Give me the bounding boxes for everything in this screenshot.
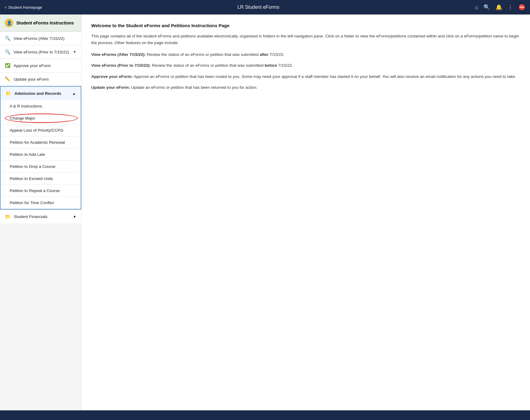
section-label: Approve your eForm: <box>91 74 133 79</box>
appeal-loss-label: Appeal Loss of Priority/CCPG <box>10 128 63 133</box>
nav-icons: ⌂ 🔍 🔔 ⋮ ⛔ <box>475 4 525 11</box>
content-section-view-prior: View eForms (Prior to 7/15/22): Review t… <box>91 62 520 69</box>
ar-instructions-label: A & R Instructions <box>10 104 42 108</box>
sidebar-item-view-eforms-prior[interactable]: 🔍 View eForms (Prior to 7/15/22) ▼ <box>0 45 81 59</box>
sidebar-item-time-conflict[interactable]: Petition for Time Conflict <box>1 197 81 209</box>
change-major-label: Change Major <box>10 116 35 120</box>
student-financials-label: Student Financials <box>14 214 47 219</box>
page-title: LR Student eForms <box>42 5 475 10</box>
bottom-bar <box>0 410 530 420</box>
sidebar-item-update-eform[interactable]: ✏️ Update your eForm <box>0 72 81 86</box>
section-label: View eForms (Prior to 7/15/22): <box>91 63 151 68</box>
sidebar-collapse-tab[interactable]: ▮▮ <box>81 207 82 219</box>
exceed-units-label: Petition to Exceed Units <box>10 176 53 181</box>
sidebar-item-label: View eForms (After 7/15/22) <box>14 36 65 41</box>
sidebar-item-change-major[interactable]: Change Major <box>1 112 81 124</box>
sidebar-header: 👤 Student eForms Instructions <box>0 14 81 32</box>
sidebar-item-appeal-loss[interactable]: Appeal Loss of Priority/CCPG <box>1 124 81 136</box>
folder-icon: 📁 <box>5 214 11 220</box>
sidebar-item-label: Approve your eForm <box>14 63 51 68</box>
search-icon[interactable]: 🔍 <box>483 4 490 11</box>
user-avatar-icon: 👤 <box>5 19 13 27</box>
section-text: Update an eForms or petition that has be… <box>131 85 257 90</box>
section-bold: before <box>265 63 277 68</box>
checkmark-icon: ✅ <box>5 63 11 68</box>
time-conflict-label: Petition for Time Conflict <box>10 200 54 205</box>
top-navigation: ‹ Student Homepage LR Student eForms ⌂ 🔍… <box>0 0 530 14</box>
academic-renewal-label: Petition for Academic Renewal <box>10 140 65 145</box>
section-bold: after <box>260 52 268 57</box>
sidebar-item-label: View eForms (Prior to 7/15/22) <box>14 50 69 54</box>
repeat-course-label: Petition to Repeat a Course <box>10 188 60 193</box>
sidebar-item-exceed-units[interactable]: Petition to Exceed Units <box>1 173 81 185</box>
sidebar-item-label: Update your eForm <box>14 77 49 82</box>
admission-records-header[interactable]: 📁 Admission and Records ▲ <box>1 87 81 100</box>
admission-records-label: Admission and Records <box>15 91 61 96</box>
sidebar: 👤 Student eForms Instructions 🔍 View eFo… <box>0 14 82 410</box>
section-text: Approve an eForms or petition that has b… <box>134 74 516 79</box>
section-label: Update your eForm: <box>91 85 130 90</box>
content-section-view-after: View eForms (After 7/15/22): Review the … <box>91 51 520 58</box>
chevron-up-icon: ▲ <box>72 91 76 96</box>
admission-records-section: 📁 Admission and Records ▲ A & R Instruct… <box>0 86 81 210</box>
back-label: Student Homepage <box>8 5 42 10</box>
chevron-down-icon: ▼ <box>73 50 76 54</box>
back-arrow-icon: ‹ <box>5 5 6 10</box>
sidebar-item-view-eforms-after[interactable]: 🔍 View eForms (After 7/15/22) <box>0 32 81 45</box>
chevron-down-icon: ▼ <box>73 215 76 219</box>
content-section-approve: Approve your eForm: Approve an eForms or… <box>91 73 520 80</box>
sidebar-item-approve-eform[interactable]: ✅ Approve your eForm <box>0 59 81 72</box>
section-text: Review the status of an eForms or petiti… <box>147 52 260 57</box>
content-section-update: Update your eForm: Update an eForms or p… <box>91 84 520 91</box>
section-after: 7/15/22. <box>270 52 284 57</box>
sidebar-item-ar-instructions[interactable]: A & R Instructions <box>1 100 81 112</box>
folder-icon: 📁 <box>5 91 11 96</box>
section-text: Review the status of an eForms or petiti… <box>152 63 265 68</box>
section-after: 7/15/22. <box>278 63 293 68</box>
content-intro: This page contains all of the student eF… <box>91 33 520 46</box>
drop-course-label: Petition to Drop a Course <box>10 164 56 169</box>
home-icon[interactable]: ⌂ <box>475 4 478 11</box>
notification-icon[interactable]: 🔔 <box>496 4 502 11</box>
sidebar-item-add-late[interactable]: Petition to Add Late <box>1 149 81 161</box>
sidebar-header-label: Student eForms Instructions <box>16 21 74 25</box>
more-options-icon[interactable]: ⋮ <box>508 4 513 11</box>
content-area: Welcome to the Student eForms and Petiti… <box>82 14 530 410</box>
block-icon[interactable]: ⛔ <box>519 4 525 11</box>
sidebar-item-student-financials[interactable]: 📁 Student Financials ▼ <box>0 210 81 223</box>
section-label: View eForms (After 7/15/22): <box>91 52 146 57</box>
pencil-icon: ✏️ <box>5 76 11 82</box>
add-late-label: Petition to Add Late <box>10 152 45 157</box>
sidebar-item-repeat-course[interactable]: Petition to Repeat a Course <box>1 185 81 197</box>
search-icon: 🔍 <box>5 49 11 55</box>
back-button[interactable]: ‹ Student Homepage <box>5 5 42 10</box>
sidebar-item-drop-course[interactable]: Petition to Drop a Course <box>1 161 81 173</box>
main-layout: 👤 Student eForms Instructions 🔍 View eFo… <box>0 14 530 410</box>
sidebar-item-academic-renewal[interactable]: Petition for Academic Renewal <box>1 136 81 149</box>
search-icon: 🔍 <box>5 36 11 41</box>
content-title: Welcome to the Student eForms and Petiti… <box>91 23 520 28</box>
